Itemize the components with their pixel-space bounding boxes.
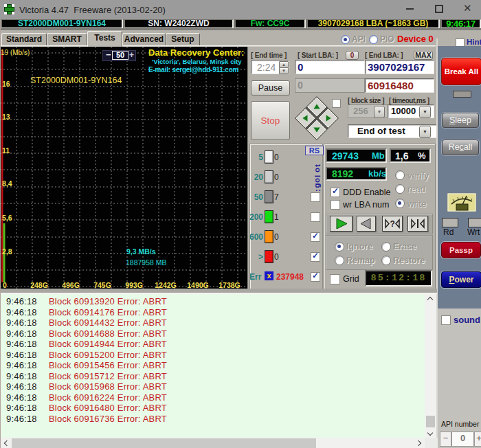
svg-text:?: ? — [390, 219, 395, 229]
